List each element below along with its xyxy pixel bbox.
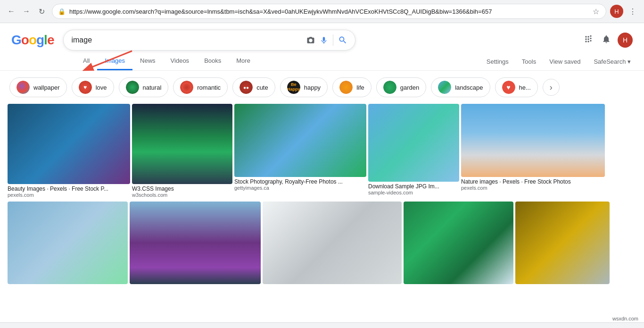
image-source: gettyimages.ca (234, 185, 366, 191)
address-icons: ☆ (592, 6, 600, 17)
chip-love[interactable]: ♥ love (72, 77, 114, 97)
chip-romantic[interactable]: romantic (173, 77, 228, 97)
image-source: sample-videos.com (368, 190, 459, 195)
image-caption: Nature images · Pexels · Free Stock Phot… (461, 178, 605, 185)
chips-next-button[interactable]: › (543, 79, 560, 96)
header-right: H (582, 33, 633, 48)
chip-heart[interactable]: ♥ he... (495, 77, 538, 97)
logo-l: l (44, 33, 47, 47)
image-item[interactable]: Download Sample JPG Im... sample-videos.… (368, 104, 459, 198)
user-avatar-large[interactable]: H (618, 33, 633, 48)
image-item[interactable] (130, 202, 261, 284)
search-bar[interactable] (63, 30, 355, 50)
chip-label-natural: natural (143, 84, 162, 91)
image-grid: Beauty Images · Pexels · Free Stock P...… (0, 104, 644, 284)
address-bar[interactable]: 🔒 https://www.google.com/search?q=image&… (52, 4, 606, 19)
chip-label-garden: garden (400, 84, 419, 91)
search-submit-button[interactable] (338, 35, 347, 45)
nav-right-actions: Settings Tools View saved SafeSearch ▾ (481, 53, 644, 70)
tab-images[interactable]: Images (97, 52, 132, 70)
chip-label-life: life (356, 84, 364, 91)
chip-life[interactable]: life (332, 77, 372, 97)
chip-landscape[interactable]: landscape (431, 77, 490, 97)
view-saved-button[interactable]: View saved (544, 53, 586, 70)
settings-button[interactable]: Settings (481, 53, 514, 70)
google-apps-button[interactable] (582, 33, 595, 48)
search-divider (333, 34, 333, 46)
image-source: pexels.com (8, 192, 130, 198)
search-nav: All Images News Videos Books More Settin… (0, 50, 644, 71)
logo-e: e (47, 33, 54, 47)
chip-label-romantic: romantic (197, 84, 221, 91)
search-icons (306, 34, 347, 46)
search-bar-wrapper (63, 30, 355, 50)
chip-happy[interactable]: BeHappy happy (280, 77, 328, 97)
chip-label-cute: cute (256, 84, 268, 91)
image-row-1: Beauty Images · Pexels · Free Stock P...… (8, 104, 636, 198)
image-source: pexels.com (461, 185, 605, 191)
image-source: w3schools.com (132, 192, 232, 198)
image-item[interactable] (263, 202, 402, 284)
chip-cute[interactable]: ●● cute (232, 77, 275, 97)
google-page: Google (0, 23, 644, 284)
browser-toolbar: ← → ↻ 🔒 https://www.google.com/search?q=… (0, 0, 644, 23)
logo-o1: o (21, 33, 29, 47)
chip-label-landscape: landscape (455, 84, 483, 91)
chip-label-heart: he... (519, 84, 531, 91)
image-item[interactable] (8, 202, 128, 284)
camera-search-button[interactable] (306, 36, 315, 44)
forward-button[interactable]: → (20, 5, 33, 18)
lock-icon: 🔒 (58, 8, 66, 15)
tab-videos[interactable]: Videos (163, 52, 197, 70)
chip-label-love: love (96, 84, 107, 91)
tab-books[interactable]: Books (197, 52, 229, 70)
tab-more[interactable]: More (229, 52, 258, 70)
notifications-button[interactable] (600, 33, 613, 48)
google-header: Google (0, 23, 644, 50)
back-button[interactable]: ← (5, 5, 18, 18)
user-avatar-small[interactable]: H (610, 5, 623, 18)
google-logo[interactable]: Google (11, 33, 54, 48)
chip-wallpaper[interactable]: wallpaper (9, 77, 67, 97)
tab-news[interactable]: News (132, 52, 163, 70)
image-caption: Beauty Images · Pexels · Free Stock P... (8, 185, 130, 192)
search-input[interactable] (71, 36, 302, 44)
image-row-2 (8, 202, 636, 284)
bookmark-icon[interactable]: ☆ (592, 6, 600, 17)
chip-label-wallpaper: wallpaper (33, 84, 60, 91)
image-item[interactable]: Stock Photography, Royalty-Free Photos .… (234, 104, 366, 198)
logo-o2: o (29, 33, 36, 47)
chip-label-happy: happy (304, 84, 321, 91)
image-item[interactable]: Nature images · Pexels · Free Stock Phot… (461, 104, 605, 198)
image-item[interactable]: W3.CSS Images w3schools.com (132, 104, 232, 198)
image-item[interactable] (404, 202, 513, 284)
chip-garden[interactable]: garden (376, 77, 426, 97)
tab-all[interactable]: All (75, 52, 97, 70)
logo-g2: g (36, 33, 44, 47)
image-caption: Download Sample JPG Im... (368, 183, 459, 190)
image-caption: Stock Photography, Royalty-Free Photos .… (234, 178, 366, 185)
url-text: https://www.google.com/search?q=image&so… (69, 8, 588, 15)
browser-menu-button[interactable]: ⋮ (626, 5, 639, 18)
image-caption: W3.CSS Images (132, 185, 232, 192)
filter-chips: wallpaper ♥ love natural romantic (0, 71, 644, 104)
image-item[interactable] (515, 202, 610, 284)
logo-g: G (11, 33, 21, 47)
safe-search-button[interactable]: SafeSearch ▾ (588, 53, 636, 70)
tools-button[interactable]: Tools (516, 53, 542, 70)
voice-search-button[interactable] (320, 36, 328, 44)
chip-natural[interactable]: natural (119, 77, 169, 97)
reload-button[interactable]: ↻ (35, 5, 48, 18)
browser-chrome: ← → ↻ 🔒 https://www.google.com/search?q=… (0, 0, 644, 23)
image-item[interactable]: Beauty Images · Pexels · Free Stock P...… (8, 104, 130, 198)
nav-buttons: ← → ↻ (5, 5, 48, 18)
browser-actions: H ⋮ (610, 5, 639, 18)
